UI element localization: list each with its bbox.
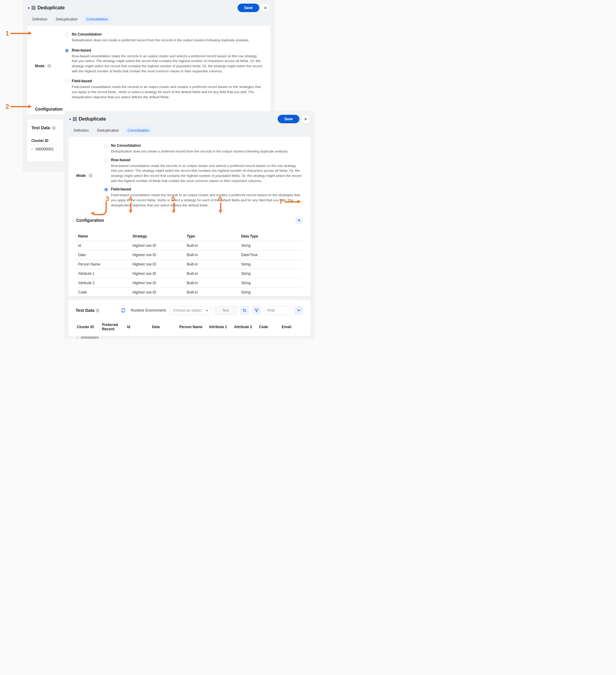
cell: Date bbox=[76, 250, 131, 260]
cell: Built-in bbox=[185, 269, 239, 279]
tab-deduplication[interactable]: Deduplication bbox=[93, 126, 123, 135]
anno-2: 2 bbox=[5, 103, 9, 110]
save-button[interactable]: Save bbox=[237, 4, 259, 12]
tab-deduplication[interactable]: Deduplication bbox=[52, 15, 81, 23]
radio-icon bbox=[65, 80, 69, 83]
page-title: Deduplicate bbox=[38, 5, 65, 11]
anno-5: 5 bbox=[172, 195, 175, 203]
page-title: Deduplicate bbox=[79, 116, 106, 122]
tabs: Definition Deduplication Consolidation bbox=[23, 15, 274, 26]
col-header: Cluster ID bbox=[76, 320, 101, 333]
mode-option-field-based[interactable]: Field-based Field-based consolidation re… bbox=[65, 79, 263, 99]
table-row[interactable]: Attribute 1Highest row IDBuilt-inString bbox=[76, 269, 303, 279]
svg-rect-5 bbox=[75, 118, 77, 119]
testdata-heading: Test Data bbox=[31, 125, 50, 130]
anno-4: 4 bbox=[128, 195, 132, 203]
col-header: Person Name bbox=[178, 320, 208, 333]
mode-option-no-consolidation[interactable]: No Consolidation Deduplication does not … bbox=[104, 143, 303, 154]
radio-icon bbox=[104, 188, 108, 192]
cell: Built-in bbox=[185, 260, 239, 269]
expand-button[interactable] bbox=[294, 306, 303, 315]
radio-icon bbox=[65, 49, 69, 53]
option-label: Row-based bbox=[72, 48, 263, 53]
table-row[interactable]: CodeHighest row IDBuilt-inString bbox=[76, 288, 303, 297]
info-icon[interactable]: ? bbox=[47, 64, 51, 68]
save-button[interactable]: Save bbox=[278, 115, 299, 123]
option-label: Field-based bbox=[72, 79, 263, 83]
tab-definition[interactable]: Definition bbox=[70, 126, 92, 135]
chevron-right-icon[interactable]: › bbox=[77, 336, 78, 339]
runtime-label: Runtime Environment: bbox=[131, 308, 167, 312]
cell: String bbox=[239, 288, 303, 297]
col-cluster-id: Cluster ID bbox=[31, 139, 59, 143]
testdata-card-2: Test Data ? Runtime Environment: Choose … bbox=[68, 300, 311, 336]
test-button[interactable]: Test bbox=[214, 306, 237, 315]
anno-1: 1 bbox=[5, 29, 9, 38]
testdata-heading: Test Data bbox=[76, 308, 94, 313]
info-icon[interactable]: ? bbox=[95, 309, 99, 312]
option-desc: Deduplication does not create a preferre… bbox=[72, 38, 249, 43]
radio-icon bbox=[65, 33, 69, 36]
svg-rect-0 bbox=[32, 6, 33, 7]
svg-rect-2 bbox=[32, 8, 33, 10]
close-button[interactable]: ✕ bbox=[301, 115, 310, 123]
cell: Id bbox=[76, 241, 131, 250]
tab-definition[interactable]: Definition bbox=[29, 15, 51, 23]
cell: Highest row ID bbox=[131, 260, 185, 269]
cell: String bbox=[239, 269, 303, 279]
testdata-toolbar: Runtime Environment: Choose an option: T… bbox=[119, 306, 303, 315]
col-type: Type bbox=[185, 232, 239, 241]
svg-rect-7 bbox=[75, 120, 77, 121]
col-header: Preferred Record bbox=[101, 320, 126, 333]
mode-label: Mode bbox=[76, 173, 86, 178]
col-header: Attribute 1 bbox=[208, 320, 233, 333]
col-header: Email bbox=[280, 320, 303, 333]
table-row[interactable]: Attribute 2Highest row IDBuilt-inString bbox=[76, 279, 303, 288]
panel-bottom: Deduplicate Save ✕ Definition Deduplicat… bbox=[65, 111, 315, 339]
tab-consolidation[interactable]: Consolidation bbox=[124, 126, 153, 135]
refresh-button[interactable] bbox=[119, 306, 128, 315]
cell: String bbox=[239, 260, 303, 269]
chevron-right-icon[interactable]: › bbox=[31, 147, 32, 151]
mode-option-field-based[interactable]: Field-based Field-based consolidation re… bbox=[104, 187, 303, 208]
sort-button[interactable] bbox=[240, 306, 249, 315]
add-field-button[interactable] bbox=[295, 217, 303, 224]
cell: Built-in bbox=[185, 288, 239, 297]
mode-option-row-based[interactable]: Row-based Row-based consolidation reads … bbox=[104, 158, 303, 183]
testdata-table: Cluster IDPreferred RecordIdDatePerson N… bbox=[76, 320, 303, 339]
cell: Highest row ID bbox=[131, 279, 185, 288]
col-header: Code bbox=[258, 320, 281, 333]
table-row[interactable]: Person NameHighest row IDBuilt-inString bbox=[76, 260, 303, 269]
status-dot-icon bbox=[69, 119, 71, 120]
cell: String bbox=[239, 279, 303, 288]
tab-consolidation[interactable]: Consolidation bbox=[83, 15, 112, 23]
mode-label: Mode bbox=[35, 64, 44, 68]
info-icon[interactable]: ? bbox=[52, 126, 56, 130]
col-name: Name bbox=[76, 232, 131, 241]
config-table: Name Strategy Type Data Type IdHighest r… bbox=[76, 232, 303, 306]
svg-rect-6 bbox=[73, 120, 74, 121]
anno-6: 6 bbox=[218, 195, 222, 203]
filter-button[interactable] bbox=[252, 306, 261, 315]
col-datatype: Data Type bbox=[239, 232, 303, 241]
cell: Date/Time bbox=[239, 250, 303, 260]
option-desc: Row-based consolidation reads the record… bbox=[111, 163, 303, 183]
tabs: Definition Deduplication Consolidation bbox=[65, 126, 315, 137]
mode-option-row-based[interactable]: Row-based Row-based consolidation reads … bbox=[65, 48, 263, 74]
titlebar: Deduplicate Save ✕ bbox=[23, 0, 274, 15]
runtime-select[interactable]: Choose an option: bbox=[170, 306, 211, 315]
option-desc: Field-based consolidation reads the reco… bbox=[111, 193, 303, 208]
info-icon[interactable]: ? bbox=[89, 173, 92, 177]
configuration-heading: Configuration bbox=[35, 107, 263, 111]
mode-option-no-consolidation[interactable]: No Consolidation Deduplication does not … bbox=[65, 32, 263, 43]
cell: Highest row ID bbox=[131, 241, 185, 250]
find-input[interactable] bbox=[264, 306, 291, 315]
col-header: Date bbox=[151, 320, 178, 333]
table-row[interactable]: DateHighest row IDBuilt-inDate/Time bbox=[76, 250, 303, 260]
cell: Highest row ID bbox=[131, 288, 185, 297]
close-button[interactable]: ✕ bbox=[261, 4, 270, 12]
cell: Person Name bbox=[76, 260, 131, 269]
table-row[interactable]: IdHighest row IDBuilt-inString bbox=[76, 241, 303, 250]
cell: Attribute 2 bbox=[76, 279, 131, 288]
grip-icon bbox=[31, 6, 36, 10]
